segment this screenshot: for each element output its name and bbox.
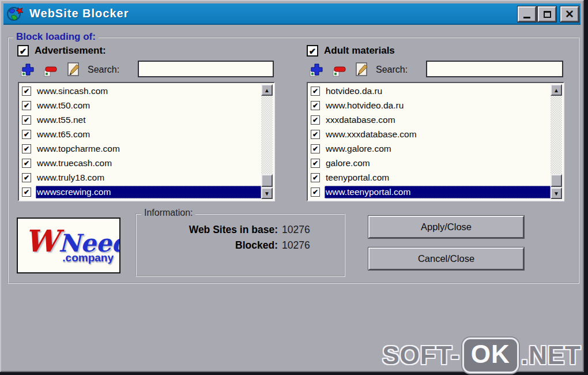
search-label-right: Search: — [376, 65, 408, 75]
item-checkbox[interactable]: ✔ — [311, 173, 320, 182]
list-item[interactable]: ✔www.t50.com — [20, 98, 261, 112]
list-item[interactable]: ✔www.hotvideo.da.ru — [309, 98, 551, 112]
cancel-close-button[interactable]: Cancel/Close — [368, 247, 524, 270]
search-input-left[interactable] — [138, 61, 274, 77]
check-icon: ✔ — [24, 189, 29, 196]
maximize-button[interactable] — [538, 6, 556, 22]
site-url: www.xxxdatabase.com — [325, 128, 551, 141]
check-icon: ✔ — [312, 145, 318, 152]
scroll-thumb[interactable] — [551, 174, 562, 187]
item-checkbox[interactable]: ✔ — [22, 115, 31, 125]
check-icon: ✔ — [309, 47, 316, 55]
list-item[interactable]: ✔xxxdatabase.com — [309, 112, 551, 127]
list-item[interactable]: ✔www.truecash.com — [20, 156, 261, 171]
list-item-selected[interactable]: ✔wwwscrewing.com — [20, 185, 261, 200]
arrow-down-icon: ▼ — [553, 190, 559, 197]
scrollbar-left[interactable]: ▲ ▼ — [261, 84, 273, 199]
item-checkbox[interactable]: ✔ — [22, 173, 31, 182]
check-icon: ✔ — [312, 131, 318, 138]
item-checkbox[interactable]: ✔ — [22, 87, 31, 96]
remove-icon — [43, 62, 59, 77]
list-item[interactable]: ✔www.topcharme.com — [20, 142, 261, 156]
check-icon: ✔ — [312, 117, 318, 123]
advertisement-listbox: ✔www.sincash.com ✔www.t50.com ✔www.t55.n… — [18, 82, 275, 201]
watermark-net: .NET — [521, 341, 581, 370]
list-item[interactable]: ✔galore.com — [309, 156, 551, 171]
adult-checkbox[interactable]: ✔ — [307, 45, 318, 57]
add-site-button-right[interactable] — [309, 62, 325, 77]
scrollbar-right[interactable]: ▲ ▼ — [551, 84, 562, 199]
blocked-value: 10276 — [278, 239, 344, 252]
edit-icon — [354, 62, 370, 77]
list-item[interactable]: ✔www.truly18.com — [20, 171, 261, 185]
list-item[interactable]: ✔www.t55.net — [20, 112, 261, 127]
check-icon: ✔ — [24, 88, 29, 95]
check-icon: ✔ — [24, 102, 29, 109]
list-item[interactable]: ✔www.galore.com — [309, 142, 551, 156]
adult-listbox: ✔hotvideo.da.ru ✔www.hotvideo.da.ru ✔xxx… — [307, 82, 564, 201]
list-item[interactable]: ✔www.xxxdatabase.com — [309, 127, 551, 141]
information-legend: Information: — [141, 208, 195, 218]
item-checkbox[interactable]: ✔ — [22, 159, 31, 168]
site-url: teenyportal.com — [325, 171, 551, 184]
search-input-right[interactable] — [426, 61, 563, 77]
check-icon: ✔ — [312, 189, 318, 196]
website-blocker-window: WebSite Blocker ✕ Block loading of: ✔ Ad… — [0, 0, 584, 372]
arrow-up-icon: ▲ — [553, 87, 559, 93]
item-checkbox[interactable]: ✔ — [22, 130, 31, 139]
item-checkbox[interactable]: ✔ — [311, 115, 320, 125]
watermark-ok-badge: OK — [462, 337, 519, 373]
site-url: www.truly18.com — [36, 171, 261, 184]
check-icon: ✔ — [24, 131, 29, 138]
item-checkbox[interactable]: ✔ — [22, 144, 31, 153]
advertisement-checkbox[interactable]: ✔ — [17, 45, 29, 57]
screenshot-stage: WebSite Blocker ✕ Block loading of: ✔ Ad… — [0, 0, 588, 375]
sites-in-base-value: 10276 — [278, 224, 344, 236]
list-item[interactable]: ✔teenyportal.com — [309, 171, 551, 185]
site-url: www.topcharme.com — [36, 142, 261, 155]
site-url: wwwscrewing.com — [36, 186, 261, 198]
check-icon: ✔ — [24, 174, 29, 181]
item-checkbox[interactable]: ✔ — [22, 101, 31, 110]
site-url: www.sincash.com — [36, 85, 261, 97]
logo-w: W — [25, 223, 58, 258]
item-checkbox[interactable]: ✔ — [311, 87, 320, 96]
item-checkbox[interactable]: ✔ — [311, 144, 320, 153]
apply-close-button[interactable]: Apply/Close — [368, 216, 524, 238]
minimize-button[interactable] — [518, 6, 536, 22]
list-item[interactable]: ✔hotvideo.da.ru — [309, 84, 551, 98]
remove-site-button-left[interactable] — [43, 62, 59, 77]
arrow-up-icon: ▲ — [264, 87, 270, 93]
site-url: www.truecash.com — [36, 157, 261, 170]
remove-site-button-right[interactable] — [332, 62, 348, 77]
site-url: www.galore.com — [325, 142, 551, 155]
scroll-down-button[interactable]: ▼ — [261, 187, 273, 199]
site-url: www.teenyportal.com — [325, 186, 551, 198]
scroll-thumb[interactable] — [261, 174, 273, 187]
close-icon: ✕ — [565, 9, 574, 20]
item-checkbox[interactable]: ✔ — [311, 130, 320, 139]
list-item[interactable]: ✔www.sincash.com — [20, 84, 261, 98]
list-item[interactable]: ✔www.t65.com — [20, 127, 261, 141]
site-url: www.hotvideo.da.ru — [325, 99, 551, 112]
add-site-button-left[interactable] — [20, 62, 36, 77]
item-checkbox[interactable]: ✔ — [22, 187, 31, 197]
list-item-selected[interactable]: ✔www.teenyportal.com — [309, 185, 551, 200]
edit-site-button-left[interactable] — [66, 62, 81, 77]
arrow-down-icon: ▼ — [264, 190, 270, 197]
check-icon: ✔ — [312, 174, 318, 181]
scroll-up-button[interactable]: ▲ — [261, 84, 273, 96]
advertisement-checkbox-row: ✔ Advertisement: — [17, 45, 106, 57]
scroll-up-button[interactable]: ▲ — [551, 84, 562, 96]
site-url: www.t55.net — [36, 114, 261, 126]
item-checkbox[interactable]: ✔ — [311, 101, 320, 110]
scroll-down-button[interactable]: ▼ — [551, 187, 562, 199]
item-checkbox[interactable]: ✔ — [311, 159, 320, 168]
information-groupbox: Information: Web Sites in base: 10276 Bl… — [135, 213, 345, 277]
check-icon: ✔ — [20, 47, 27, 55]
soft-ok-net-watermark: SOFT- OK .NET — [382, 337, 581, 373]
app-globe-icon — [6, 5, 25, 22]
item-checkbox[interactable]: ✔ — [311, 187, 320, 197]
close-button[interactable]: ✕ — [560, 6, 579, 22]
edit-site-button-right[interactable] — [354, 62, 370, 77]
